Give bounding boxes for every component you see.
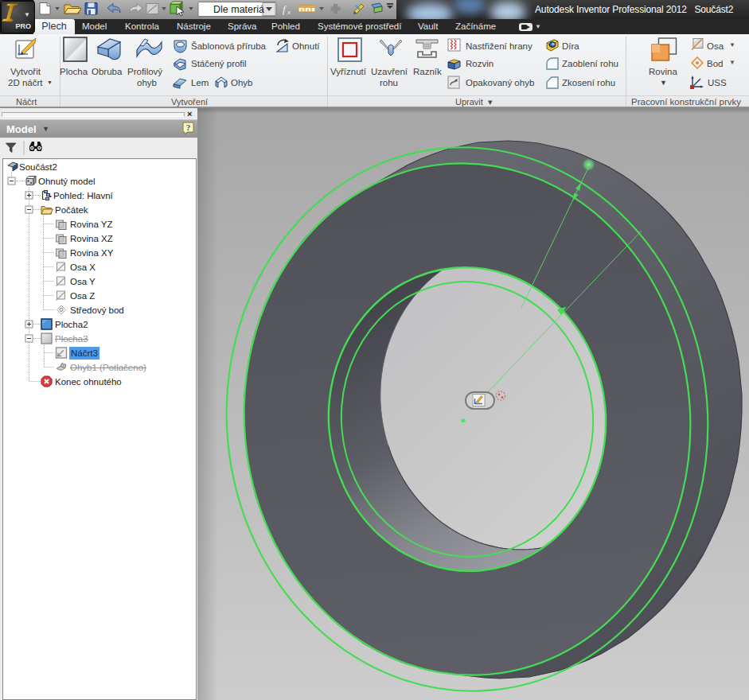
- svg-text:?: ?: [186, 122, 191, 132]
- svg-text:x: x: [287, 8, 291, 16]
- svg-text:Dle materiá: Dle materiá: [213, 4, 264, 15]
